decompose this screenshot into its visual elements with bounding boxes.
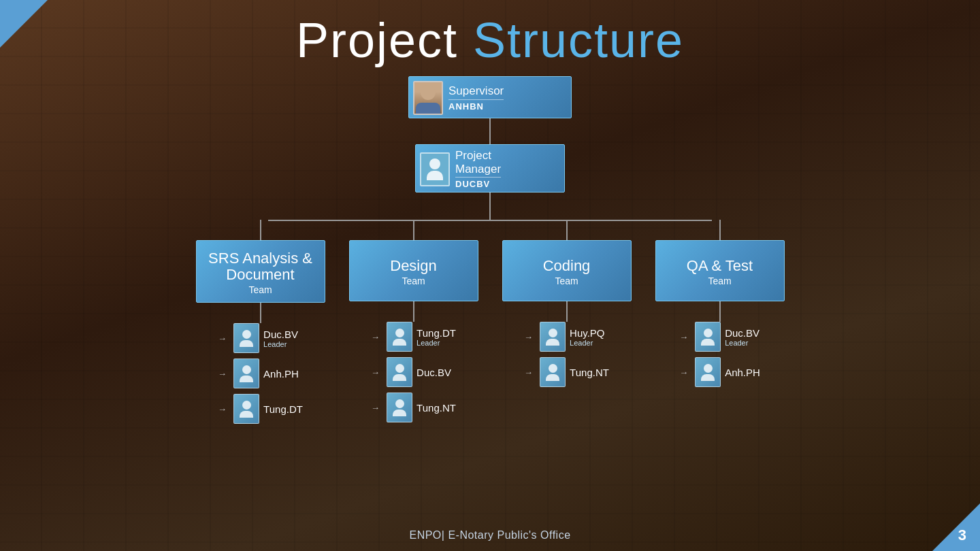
page-title: Project Structure xyxy=(0,12,980,68)
coding-avatar-1 xyxy=(540,357,566,387)
pm-node: ProjectManager DUCBV xyxy=(415,144,565,193)
pm-name: DUCBV xyxy=(455,177,501,189)
qa-team-name: QA & Test xyxy=(687,258,753,274)
team-column-design: Design Team → Tung.DT Leader xyxy=(337,220,490,422)
design-team-box: Design Team xyxy=(349,240,478,301)
footer-text: ENPO| E-Notary Public's Office xyxy=(0,529,980,541)
design-avatar-2 xyxy=(387,393,412,422)
srs-member-2: → Tung.DT xyxy=(218,394,303,424)
srs-team-name: SRS Analysis &Document xyxy=(208,250,312,283)
qa-member-name-1: Anh.PH xyxy=(725,367,760,378)
srs-member-0: → Duc.BV Leader xyxy=(218,323,298,353)
team-column-coding: Coding Team → Huy.PQ Leader xyxy=(490,220,643,387)
qa-member-role-0: Leader xyxy=(725,339,760,347)
supervisor-level: Supervisor ANHBN xyxy=(82,76,898,118)
design-member-name-1: Duc.BV xyxy=(416,367,451,378)
org-chart: Supervisor ANHBN ProjectManager DUCBV xyxy=(82,76,898,424)
design-avatar-0 xyxy=(387,322,412,352)
qa-member-1: → Anh.PH xyxy=(679,357,760,387)
srs-member-name-0: Duc.BV xyxy=(263,329,298,340)
srs-avatar-0 xyxy=(233,323,259,353)
coding-member-name-1: Tung.NT xyxy=(570,367,609,378)
qa-members: → Duc.BV Leader → xyxy=(679,322,760,387)
coding-team-label: Team xyxy=(555,276,578,286)
connector-pm-teams xyxy=(489,193,491,220)
coding-team-box: Coding Team xyxy=(502,240,632,301)
coding-team-name: Coding xyxy=(543,258,591,274)
coding-avatar-0 xyxy=(540,322,566,352)
connector-supervisor-pm xyxy=(489,118,491,144)
srs-members: → Duc.BV Leader → xyxy=(218,323,303,424)
supervisor-node: Supervisor ANHBN xyxy=(408,76,572,118)
qa-avatar-0 xyxy=(695,322,721,352)
design-members: → Tung.DT Leader → xyxy=(371,322,456,422)
design-member-1: → Duc.BV xyxy=(371,357,451,387)
srs-member-name-1: Anh.PH xyxy=(263,368,299,380)
srs-avatar-2 xyxy=(233,394,259,424)
supervisor-avatar xyxy=(413,81,443,115)
team-column-srs: SRS Analysis &Document Team → Duc.BV xyxy=(184,220,337,424)
qa-member-name-0: Duc.BV xyxy=(725,327,760,339)
design-avatar-1 xyxy=(387,357,412,387)
srs-team-label: Team xyxy=(248,284,272,295)
page-number: 3 xyxy=(958,527,966,544)
title-part1: Project xyxy=(296,13,473,67)
design-team-label: Team xyxy=(402,276,425,286)
design-team-name: Design xyxy=(390,258,436,274)
coding-members: → Huy.PQ Leader → xyxy=(524,322,609,387)
corner-decoration-br xyxy=(932,503,980,551)
design-member-name-2: Tung.NT xyxy=(416,402,456,414)
supervisor-role: Supervisor xyxy=(448,84,504,98)
qa-team-box: QA & Test Team xyxy=(655,240,785,301)
pm-avatar xyxy=(420,152,450,186)
design-member-name-0: Tung.DT xyxy=(416,327,456,339)
qa-member-0: → Duc.BV Leader xyxy=(679,322,760,352)
pm-role: ProjectManager xyxy=(455,149,501,176)
srs-member-name-2: Tung.DT xyxy=(263,403,303,415)
srs-member-1: → Anh.PH xyxy=(218,358,299,388)
design-member-role-0: Leader xyxy=(416,339,456,347)
team-column-qa: QA & Test Team → Duc.BV Leader xyxy=(643,220,796,387)
srs-member-role-0: Leader xyxy=(263,340,298,348)
coding-member-0: → Huy.PQ Leader xyxy=(524,322,604,352)
qa-avatar-1 xyxy=(695,357,721,387)
srs-avatar-1 xyxy=(233,358,259,388)
design-member-0: → Tung.DT Leader xyxy=(371,322,456,352)
supervisor-name: ANHBN xyxy=(448,99,504,112)
srs-team-box: SRS Analysis &Document Team xyxy=(196,240,325,303)
coding-member-role-0: Leader xyxy=(570,339,604,347)
coding-member-name-0: Huy.PQ xyxy=(570,327,604,339)
design-member-2: → Tung.NT xyxy=(371,393,456,422)
qa-team-label: Team xyxy=(708,276,731,286)
coding-member-1: → Tung.NT xyxy=(524,357,609,387)
pm-level: ProjectManager DUCBV xyxy=(82,144,898,193)
title-part2: Structure xyxy=(473,13,684,67)
